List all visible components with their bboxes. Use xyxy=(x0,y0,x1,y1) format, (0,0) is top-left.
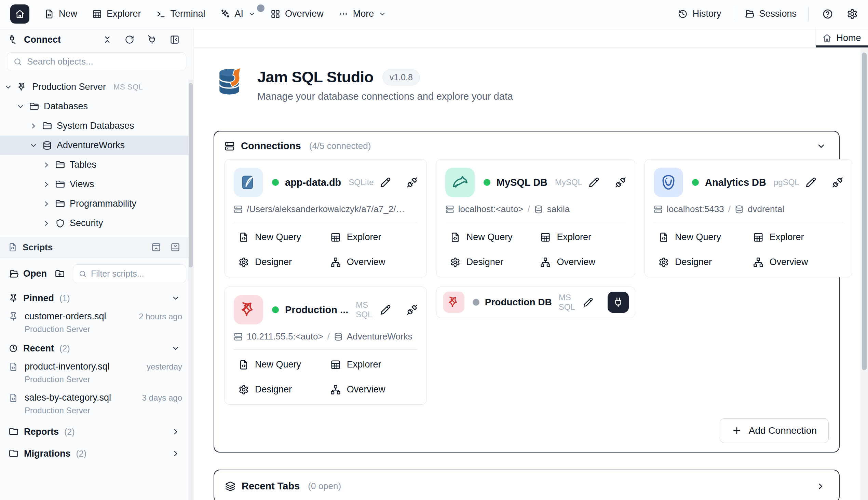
database-icon xyxy=(42,141,52,150)
chevron-right-icon xyxy=(30,122,37,130)
overview-action[interactable]: Overview xyxy=(748,257,843,268)
filter-scripts xyxy=(73,264,186,283)
explorer-action[interactable]: Explorer xyxy=(748,232,843,242)
designer-action[interactable]: Designer xyxy=(445,257,536,268)
sparkles-icon xyxy=(220,9,230,19)
settings-button[interactable] xyxy=(847,9,858,20)
tree-item-tables[interactable]: Tables xyxy=(0,155,193,174)
disconnect-all-icon[interactable] xyxy=(147,35,157,44)
folder-icon xyxy=(55,160,65,170)
script-server: Production Server xyxy=(9,406,184,415)
connect-button[interactable] xyxy=(608,292,629,313)
new-query-action[interactable]: New Query xyxy=(445,232,536,242)
page-subtitle: Manage your database connections and exp… xyxy=(257,91,513,102)
overview-action[interactable]: Overview xyxy=(326,384,418,395)
overview-action[interactable]: Overview xyxy=(535,257,626,268)
new-folder-button[interactable] xyxy=(55,269,65,279)
terminal-button[interactable]: Terminal xyxy=(156,9,205,19)
action-label: Explorer xyxy=(770,232,804,242)
edit-connection-icon[interactable] xyxy=(589,177,599,188)
collapse-panel-up-icon[interactable] xyxy=(152,242,161,252)
history-button[interactable]: History xyxy=(678,9,721,19)
refresh-icon[interactable] xyxy=(125,35,134,44)
add-connection-button[interactable]: Add Connection xyxy=(720,418,829,443)
recent-group-header[interactable]: Recent (2) xyxy=(0,339,193,358)
ai-menu-button[interactable]: AI xyxy=(220,9,256,19)
script-item-customer-orders[interactable]: customer-orders.sql 2 hours ago Producti… xyxy=(0,308,193,339)
new-query-action[interactable]: New Query xyxy=(654,232,748,242)
help-button[interactable] xyxy=(822,9,833,20)
migrations-group-header[interactable]: Migrations (2) xyxy=(0,444,193,463)
action-label: Designer xyxy=(255,257,292,268)
pinned-group-header[interactable]: Pinned (1) xyxy=(0,288,193,308)
tab-home[interactable]: Home xyxy=(815,29,868,47)
recent-tabs-panel[interactable]: Recent Tabs (0 open) xyxy=(214,469,839,500)
connection-card-mysql: MySQL DB MySQL localhost:<auto> / xyxy=(436,159,635,277)
disconnect-icon[interactable] xyxy=(407,304,418,315)
tree-item-production-server[interactable]: Production Server MS SQL xyxy=(0,77,193,96)
mysql-logo xyxy=(445,168,475,197)
edit-connection-icon[interactable] xyxy=(380,177,391,188)
chevron-down-icon xyxy=(16,102,25,111)
more-label: More xyxy=(353,9,374,19)
group-label: Reports xyxy=(24,427,59,437)
edit-connection-icon[interactable] xyxy=(805,177,816,188)
main-scrollbar-thumb[interactable] xyxy=(862,53,867,370)
home-button[interactable] xyxy=(10,4,30,24)
connect-header: Connect xyxy=(0,29,193,51)
tree-item-programmability[interactable]: Programmability xyxy=(0,194,193,214)
open-label: Open xyxy=(23,269,47,279)
script-name: customer-orders.sql xyxy=(25,311,106,322)
collapse-panel-icon[interactable] xyxy=(170,35,179,44)
designer-action[interactable]: Designer xyxy=(234,384,326,395)
new-query-action[interactable]: New Query xyxy=(234,359,326,370)
explorer-button[interactable]: Explorer xyxy=(92,9,141,19)
script-item-sales-by-category[interactable]: sales-by-category.sql 3 days ago Product… xyxy=(0,389,193,420)
disconnect-icon[interactable] xyxy=(615,177,626,188)
tree-item-security[interactable]: Security xyxy=(0,214,193,233)
chevron-down-icon xyxy=(171,294,184,303)
file-code-icon xyxy=(8,243,17,252)
sidebar-scrollbar-thumb[interactable] xyxy=(189,83,193,268)
page-title: Jam SQL Studio xyxy=(257,68,374,86)
table-icon xyxy=(92,9,102,19)
connection-card-analytics: Analytics DB pgSQL localhost:5433 / xyxy=(645,159,852,277)
host-db-separator: / xyxy=(728,204,731,215)
network-icon xyxy=(331,257,341,268)
tree-item-views[interactable]: Views xyxy=(0,174,193,194)
main-scrollbar-track[interactable] xyxy=(860,48,868,500)
designer-action[interactable]: Designer xyxy=(234,257,326,268)
action-label: Overview xyxy=(347,257,386,268)
tree-item-adventureworks[interactable]: AdventureWorks xyxy=(0,136,193,155)
disconnect-icon[interactable] xyxy=(407,177,418,188)
script-item-product-inventory[interactable]: product-inventory.sql yesterday Producti… xyxy=(0,358,193,389)
tree-item-databases[interactable]: Databases xyxy=(0,96,193,116)
disconnect-icon[interactable] xyxy=(832,177,843,188)
connection-card-app-data: app-data.db SQLite /Users/aleksanderkowa… xyxy=(224,159,427,277)
edit-connection-icon[interactable] xyxy=(380,304,391,315)
explorer-action[interactable]: Explorer xyxy=(326,232,418,242)
collapse-chevron-icon[interactable] xyxy=(816,141,829,151)
new-file-icon xyxy=(44,9,54,19)
more-menu-button[interactable]: More xyxy=(339,9,387,19)
sessions-button[interactable]: Sessions xyxy=(745,9,797,19)
search-input[interactable] xyxy=(27,56,180,67)
new-query-action[interactable]: New Query xyxy=(234,232,326,242)
overview-button[interactable]: Overview xyxy=(271,9,324,19)
filter-scripts-input[interactable] xyxy=(91,269,180,279)
history-icon xyxy=(678,9,688,19)
open-script-button[interactable]: Open xyxy=(7,269,47,279)
expand-panel-down-icon[interactable] xyxy=(170,242,180,252)
collapse-all-icon[interactable] xyxy=(103,35,112,44)
explorer-action[interactable]: Explorer xyxy=(535,232,626,242)
help-icon xyxy=(822,9,833,20)
overview-action[interactable]: Overview xyxy=(326,257,418,268)
chevron-down-icon xyxy=(30,141,37,150)
edit-connection-icon[interactable] xyxy=(583,297,593,307)
designer-action[interactable]: Designer xyxy=(654,257,748,268)
new-button[interactable]: New xyxy=(44,9,77,19)
explorer-action[interactable]: Explorer xyxy=(326,359,418,370)
reports-group-header[interactable]: Reports (2) xyxy=(0,422,193,441)
tree-item-system-databases[interactable]: System Databases xyxy=(0,116,193,136)
table-icon xyxy=(331,232,341,242)
